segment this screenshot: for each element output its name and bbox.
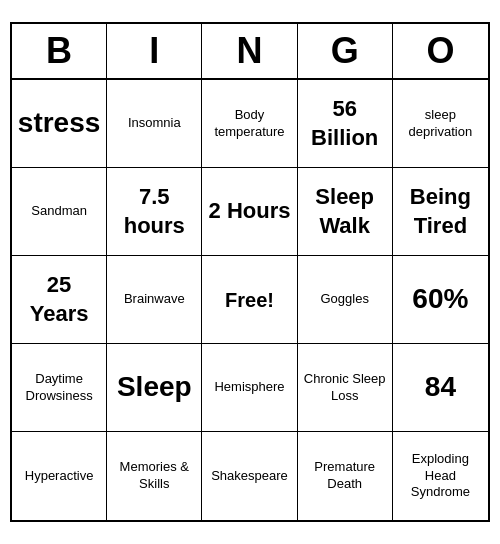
bingo-cell-23[interactable]: Premature Death — [298, 432, 393, 520]
bingo-cell-10[interactable]: 25 Years — [12, 256, 107, 344]
bingo-cell-13[interactable]: Goggles — [298, 256, 393, 344]
bingo-cell-6[interactable]: 7.5 hours — [107, 168, 202, 256]
bingo-letter-i: I — [107, 24, 202, 78]
bingo-letter-g: G — [298, 24, 393, 78]
bingo-cell-17[interactable]: Hemisphere — [202, 344, 297, 432]
bingo-cell-7[interactable]: 2 Hours — [202, 168, 297, 256]
bingo-cell-22[interactable]: Shakespeare — [202, 432, 297, 520]
bingo-grid: stressInsomniaBody temperature56 Billion… — [12, 80, 488, 520]
bingo-cell-5[interactable]: Sandman — [12, 168, 107, 256]
bingo-cell-19[interactable]: 84 — [393, 344, 488, 432]
bingo-cell-12[interactable]: Free! — [202, 256, 297, 344]
bingo-letter-n: N — [202, 24, 297, 78]
bingo-cell-20[interactable]: Hyperactive — [12, 432, 107, 520]
bingo-cell-4[interactable]: sleep deprivation — [393, 80, 488, 168]
bingo-cell-8[interactable]: Sleep Walk — [298, 168, 393, 256]
bingo-letter-o: O — [393, 24, 488, 78]
bingo-card: BINGO stressInsomniaBody temperature56 B… — [10, 22, 490, 522]
bingo-cell-11[interactable]: Brainwave — [107, 256, 202, 344]
bingo-cell-0[interactable]: stress — [12, 80, 107, 168]
bingo-cell-2[interactable]: Body temperature — [202, 80, 297, 168]
bingo-cell-21[interactable]: Memories & Skills — [107, 432, 202, 520]
bingo-cell-9[interactable]: Being Tired — [393, 168, 488, 256]
bingo-cell-3[interactable]: 56 Billion — [298, 80, 393, 168]
bingo-cell-1[interactable]: Insomnia — [107, 80, 202, 168]
bingo-cell-14[interactable]: 60% — [393, 256, 488, 344]
bingo-header: BINGO — [12, 24, 488, 80]
bingo-letter-b: B — [12, 24, 107, 78]
bingo-cell-16[interactable]: Sleep — [107, 344, 202, 432]
bingo-cell-24[interactable]: Exploding Head Syndrome — [393, 432, 488, 520]
bingo-cell-15[interactable]: Daytime Drowsiness — [12, 344, 107, 432]
bingo-cell-18[interactable]: Chronic Sleep Loss — [298, 344, 393, 432]
